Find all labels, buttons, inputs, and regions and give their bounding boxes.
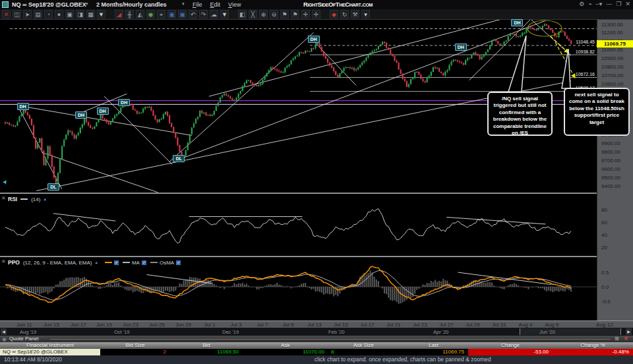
cross-lines-icon[interactable]: ╳ xyxy=(249,10,257,18)
quote-row[interactable]: NQ ∞ Sep18'20 @GLOBEX211069.5011070.0081… xyxy=(0,349,633,355)
menu-view[interactable]: View xyxy=(228,1,241,8)
symbol-selector[interactable]: NQ ∞ Sep18'20 @GLOBEX xyxy=(12,1,86,8)
trendline[interactable] xyxy=(24,107,192,136)
date-tick-label: Jun 17 xyxy=(71,322,86,328)
cursor-icon[interactable]: ➤ xyxy=(23,10,32,18)
caret-down2-icon[interactable]: ▼ xyxy=(220,10,229,18)
caret-down3-icon[interactable]: ▾ xyxy=(361,10,370,18)
caret-down-icon[interactable]: ▼ xyxy=(97,10,106,18)
flag2-icon[interactable]: ⚑ xyxy=(291,10,299,18)
rsi-chart[interactable] xyxy=(0,194,597,256)
collapse-quote-panel-icon[interactable]: ◉ xyxy=(2,336,7,342)
ppo-chart[interactable] xyxy=(0,257,597,320)
toolbar-separator xyxy=(322,10,328,18)
triangle-overlay-icon[interactable]: ◭ xyxy=(136,10,144,18)
quote-col-bid: Bid xyxy=(170,342,243,349)
image-icon[interactable]: ▣ xyxy=(65,10,74,18)
trendline[interactable] xyxy=(19,109,61,189)
rsi-trendline[interactable] xyxy=(53,214,115,221)
close-panel-icon[interactable]: ✕ xyxy=(1,258,6,264)
dot-green-icon[interactable]: ◉ xyxy=(146,10,155,18)
zoom-in-icon[interactable]: ⊕ xyxy=(259,10,268,18)
close-icon[interactable]: ✕ xyxy=(625,1,630,7)
undo-icon[interactable]: ↶ xyxy=(189,10,197,18)
volume-bars-icon[interactable]: ╫ xyxy=(125,10,134,18)
scroll-left-icon[interactable]: ◀ xyxy=(1,328,7,335)
circle-icon[interactable]: ● xyxy=(55,10,63,18)
date-tick-label: Jul 29 xyxy=(466,322,479,328)
charting-app: NQ ∞ Sep18'20 @GLOBEX ▾ 2 Months/Hourly … xyxy=(0,0,633,364)
scroll-right-icon[interactable]: ▶ xyxy=(626,328,632,335)
app-logo-icon xyxy=(2,1,9,8)
price-axis: 11300.0011200.0011100.0011000.0010900.00… xyxy=(597,20,633,320)
annotation-callout-sell-signal[interactable]: /NQ sell signal triggered but still not … xyxy=(487,92,553,136)
price-tick-label: 9500.00 xyxy=(601,175,620,181)
crosshair-icon[interactable]: ✛ xyxy=(301,10,310,18)
chevron-down-icon[interactable]: ▾ xyxy=(182,1,185,7)
ppo-tick-label: 0.5 xyxy=(601,270,609,276)
chart-type-icon[interactable]: ◧ xyxy=(238,10,247,18)
trendline[interactable] xyxy=(169,32,314,162)
layout-grid-icon[interactable]: ◫ xyxy=(13,10,21,18)
date-tick-label: Jul 21 xyxy=(386,322,400,328)
collapse-panel-icon[interactable]: ▴ xyxy=(95,260,98,265)
redo-icon[interactable]: ↷ xyxy=(199,10,208,18)
close-panel-icon[interactable]: ✕ xyxy=(1,195,6,201)
date-tick-label: Jul 7 xyxy=(257,322,268,328)
legend-checkbox[interactable]: ✓ xyxy=(176,260,181,265)
cloud-icon[interactable]: ☁ xyxy=(210,10,218,18)
date-tick-label: Jul 3 xyxy=(231,322,242,328)
menu-edit[interactable]: Edit xyxy=(210,1,221,8)
settings-gear-icon[interactable]: ⚙ xyxy=(579,1,584,7)
quote-value-change: -53.00 xyxy=(468,349,553,355)
flag-icon[interactable]: ⚑ xyxy=(280,10,289,18)
support-level-label: 10938.82 xyxy=(576,49,595,54)
popout-icon[interactable]: ⊞ xyxy=(615,336,619,342)
quote-value-instrument[interactable]: NQ ∞ Sep18'20 @GLOBEX xyxy=(0,349,100,355)
annotation-callout-next-signal[interactable]: next sell signal to come on a solid brea… xyxy=(564,88,630,136)
rows-icon[interactable]: ▤ xyxy=(34,10,42,18)
link-icon[interactable]: ⌁ xyxy=(588,1,591,7)
ppo-trendline[interactable] xyxy=(147,275,212,284)
legend-checkbox[interactable]: ✓ xyxy=(114,260,119,265)
chevron-down-icon[interactable]: ▾ xyxy=(86,1,88,7)
paint-icon[interactable]: ◆ xyxy=(330,10,338,18)
tools-icon[interactable]: ⚒ xyxy=(351,10,359,18)
trendline[interactable] xyxy=(209,20,531,96)
text-box-icon[interactable]: ▣ xyxy=(167,10,176,18)
crosshair2-icon[interactable]: ✛ xyxy=(312,10,320,18)
refresh-icon[interactable]: ↻ xyxy=(340,10,349,18)
target-icon[interactable]: ⌖ xyxy=(157,10,166,18)
support-level-label: 11048.45 xyxy=(576,40,595,44)
close-chart-icon[interactable]: ✕ xyxy=(2,10,11,18)
minimize-icon[interactable]: — xyxy=(606,1,612,7)
close-icon[interactable]: ✕ xyxy=(624,336,628,342)
pin-icon[interactable]: –▾ xyxy=(596,1,603,7)
pie-icon[interactable]: ◔ xyxy=(44,10,53,18)
legend-label-ma: MA xyxy=(132,260,140,266)
panel-icon[interactable]: ◨ xyxy=(76,10,84,18)
restore-icon[interactable]: ❐ xyxy=(616,1,621,7)
quote-col-change: Change xyxy=(468,342,553,349)
rsi-trendline[interactable] xyxy=(446,217,545,224)
text-box2-icon[interactable]: ▣ xyxy=(178,10,187,18)
trendline[interactable] xyxy=(308,35,356,85)
legend-checkbox[interactable]: ✓ xyxy=(142,260,146,265)
timeframe-selector[interactable]: 2 Months/Hourly candles xyxy=(96,1,167,8)
date-tick-label: Jul 23 xyxy=(413,322,427,328)
toolbar-separator xyxy=(231,10,236,18)
scrollbar-thumb[interactable] xyxy=(520,328,621,335)
menu-file[interactable]: File xyxy=(193,1,202,8)
rsi-title: RSI xyxy=(8,196,17,202)
grid-icon[interactable]: ▦ xyxy=(86,10,95,18)
rsi-param: (14) xyxy=(31,197,40,202)
draw-red-icon[interactable]: ◢ xyxy=(115,10,123,18)
title-bar: NQ ∞ Sep18'20 @GLOBEX ▾ 2 Months/Hourly … xyxy=(0,0,633,9)
date-tick-label: Jun 29 xyxy=(175,322,191,328)
callout-tail xyxy=(508,36,526,92)
date-tick-label: Jul 9 xyxy=(283,322,294,328)
price-tick-label: 11200.00 xyxy=(601,30,623,36)
window-controls: ⚙⌁–▾—❐✕ xyxy=(579,1,630,7)
zoom-out-icon[interactable]: ⊖ xyxy=(270,10,278,18)
collapse-panel-icon[interactable]: ▴ xyxy=(44,197,46,202)
